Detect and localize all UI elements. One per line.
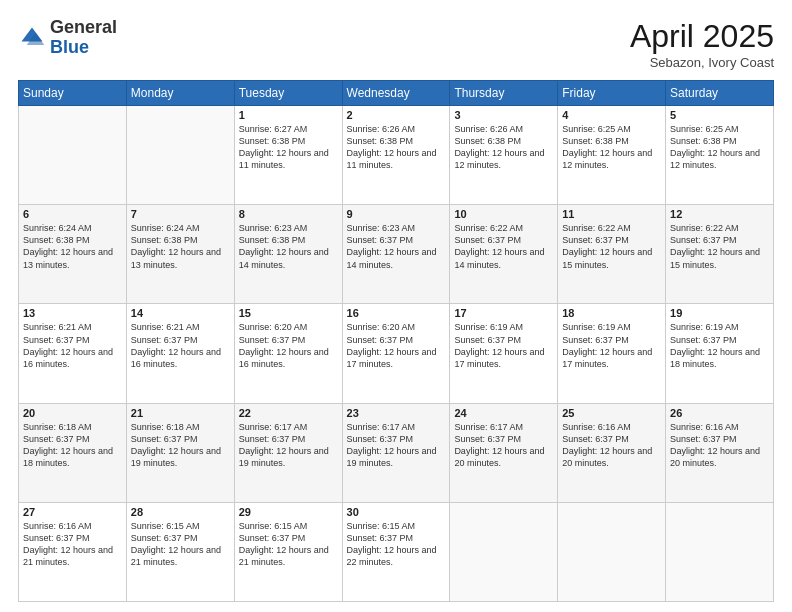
calendar-cell: 28Sunrise: 6:15 AM Sunset: 6:37 PM Dayli… [126,502,234,601]
day-number: 2 [347,109,446,121]
calendar-header-row: Sunday Monday Tuesday Wednesday Thursday… [19,81,774,106]
col-thursday: Thursday [450,81,558,106]
day-number: 5 [670,109,769,121]
col-tuesday: Tuesday [234,81,342,106]
col-sunday: Sunday [19,81,127,106]
day-number: 7 [131,208,230,220]
calendar-cell: 24Sunrise: 6:17 AM Sunset: 6:37 PM Dayli… [450,403,558,502]
day-info: Sunrise: 6:20 AM Sunset: 6:37 PM Dayligh… [347,321,446,370]
month-title: April 2025 [630,18,774,55]
logo-text: General Blue [50,18,117,58]
calendar-row-2: 6Sunrise: 6:24 AM Sunset: 6:38 PM Daylig… [19,205,774,304]
day-info: Sunrise: 6:24 AM Sunset: 6:38 PM Dayligh… [131,222,230,271]
day-info: Sunrise: 6:25 AM Sunset: 6:38 PM Dayligh… [562,123,661,172]
calendar-cell [19,106,127,205]
day-info: Sunrise: 6:15 AM Sunset: 6:37 PM Dayligh… [239,520,338,569]
calendar-cell: 14Sunrise: 6:21 AM Sunset: 6:37 PM Dayli… [126,304,234,403]
calendar-cell [450,502,558,601]
calendar-cell: 12Sunrise: 6:22 AM Sunset: 6:37 PM Dayli… [666,205,774,304]
calendar-cell: 10Sunrise: 6:22 AM Sunset: 6:37 PM Dayli… [450,205,558,304]
calendar-row-4: 20Sunrise: 6:18 AM Sunset: 6:37 PM Dayli… [19,403,774,502]
calendar-cell: 13Sunrise: 6:21 AM Sunset: 6:37 PM Dayli… [19,304,127,403]
col-monday: Monday [126,81,234,106]
calendar-cell: 19Sunrise: 6:19 AM Sunset: 6:37 PM Dayli… [666,304,774,403]
day-info: Sunrise: 6:15 AM Sunset: 6:37 PM Dayligh… [131,520,230,569]
day-number: 10 [454,208,553,220]
calendar-cell: 27Sunrise: 6:16 AM Sunset: 6:37 PM Dayli… [19,502,127,601]
day-number: 18 [562,307,661,319]
day-info: Sunrise: 6:16 AM Sunset: 6:37 PM Dayligh… [23,520,122,569]
day-number: 14 [131,307,230,319]
calendar-cell: 23Sunrise: 6:17 AM Sunset: 6:37 PM Dayli… [342,403,450,502]
calendar-cell: 7Sunrise: 6:24 AM Sunset: 6:38 PM Daylig… [126,205,234,304]
day-info: Sunrise: 6:23 AM Sunset: 6:38 PM Dayligh… [239,222,338,271]
day-info: Sunrise: 6:17 AM Sunset: 6:37 PM Dayligh… [347,421,446,470]
day-number: 27 [23,506,122,518]
day-number: 19 [670,307,769,319]
day-number: 30 [347,506,446,518]
calendar-cell: 30Sunrise: 6:15 AM Sunset: 6:37 PM Dayli… [342,502,450,601]
logo: General Blue [18,18,117,58]
calendar-cell: 29Sunrise: 6:15 AM Sunset: 6:37 PM Dayli… [234,502,342,601]
day-number: 16 [347,307,446,319]
day-number: 4 [562,109,661,121]
calendar-cell [558,502,666,601]
day-number: 28 [131,506,230,518]
day-info: Sunrise: 6:23 AM Sunset: 6:37 PM Dayligh… [347,222,446,271]
calendar-row-5: 27Sunrise: 6:16 AM Sunset: 6:37 PM Dayli… [19,502,774,601]
calendar-cell: 16Sunrise: 6:20 AM Sunset: 6:37 PM Dayli… [342,304,450,403]
header: General Blue April 2025 Sebazon, Ivory C… [18,18,774,70]
day-info: Sunrise: 6:26 AM Sunset: 6:38 PM Dayligh… [454,123,553,172]
day-info: Sunrise: 6:22 AM Sunset: 6:37 PM Dayligh… [562,222,661,271]
day-number: 21 [131,407,230,419]
day-number: 25 [562,407,661,419]
calendar-cell: 2Sunrise: 6:26 AM Sunset: 6:38 PM Daylig… [342,106,450,205]
day-number: 1 [239,109,338,121]
day-info: Sunrise: 6:25 AM Sunset: 6:38 PM Dayligh… [670,123,769,172]
day-info: Sunrise: 6:18 AM Sunset: 6:37 PM Dayligh… [131,421,230,470]
day-info: Sunrise: 6:20 AM Sunset: 6:37 PM Dayligh… [239,321,338,370]
calendar-cell: 8Sunrise: 6:23 AM Sunset: 6:38 PM Daylig… [234,205,342,304]
day-info: Sunrise: 6:19 AM Sunset: 6:37 PM Dayligh… [562,321,661,370]
col-saturday: Saturday [666,81,774,106]
day-number: 11 [562,208,661,220]
calendar-cell: 1Sunrise: 6:27 AM Sunset: 6:38 PM Daylig… [234,106,342,205]
day-number: 24 [454,407,553,419]
day-info: Sunrise: 6:16 AM Sunset: 6:37 PM Dayligh… [670,421,769,470]
calendar-cell: 21Sunrise: 6:18 AM Sunset: 6:37 PM Dayli… [126,403,234,502]
day-number: 15 [239,307,338,319]
calendar-cell [666,502,774,601]
day-info: Sunrise: 6:21 AM Sunset: 6:37 PM Dayligh… [131,321,230,370]
day-number: 23 [347,407,446,419]
calendar-cell: 4Sunrise: 6:25 AM Sunset: 6:38 PM Daylig… [558,106,666,205]
col-wednesday: Wednesday [342,81,450,106]
day-number: 9 [347,208,446,220]
calendar-cell: 3Sunrise: 6:26 AM Sunset: 6:38 PM Daylig… [450,106,558,205]
day-info: Sunrise: 6:17 AM Sunset: 6:37 PM Dayligh… [454,421,553,470]
calendar-cell: 26Sunrise: 6:16 AM Sunset: 6:37 PM Dayli… [666,403,774,502]
title-section: April 2025 Sebazon, Ivory Coast [630,18,774,70]
calendar-cell: 9Sunrise: 6:23 AM Sunset: 6:37 PM Daylig… [342,205,450,304]
day-info: Sunrise: 6:19 AM Sunset: 6:37 PM Dayligh… [454,321,553,370]
location: Sebazon, Ivory Coast [630,55,774,70]
day-number: 3 [454,109,553,121]
page: General Blue April 2025 Sebazon, Ivory C… [0,0,792,612]
day-number: 8 [239,208,338,220]
day-number: 20 [23,407,122,419]
day-number: 13 [23,307,122,319]
day-info: Sunrise: 6:22 AM Sunset: 6:37 PM Dayligh… [454,222,553,271]
day-info: Sunrise: 6:15 AM Sunset: 6:37 PM Dayligh… [347,520,446,569]
calendar-cell: 20Sunrise: 6:18 AM Sunset: 6:37 PM Dayli… [19,403,127,502]
day-info: Sunrise: 6:18 AM Sunset: 6:37 PM Dayligh… [23,421,122,470]
calendar-cell: 18Sunrise: 6:19 AM Sunset: 6:37 PM Dayli… [558,304,666,403]
calendar-row-1: 1Sunrise: 6:27 AM Sunset: 6:38 PM Daylig… [19,106,774,205]
day-number: 22 [239,407,338,419]
day-info: Sunrise: 6:26 AM Sunset: 6:38 PM Dayligh… [347,123,446,172]
calendar-row-3: 13Sunrise: 6:21 AM Sunset: 6:37 PM Dayli… [19,304,774,403]
day-info: Sunrise: 6:22 AM Sunset: 6:37 PM Dayligh… [670,222,769,271]
logo-blue: Blue [50,37,89,57]
calendar-cell: 5Sunrise: 6:25 AM Sunset: 6:38 PM Daylig… [666,106,774,205]
day-info: Sunrise: 6:17 AM Sunset: 6:37 PM Dayligh… [239,421,338,470]
day-number: 12 [670,208,769,220]
calendar-cell [126,106,234,205]
